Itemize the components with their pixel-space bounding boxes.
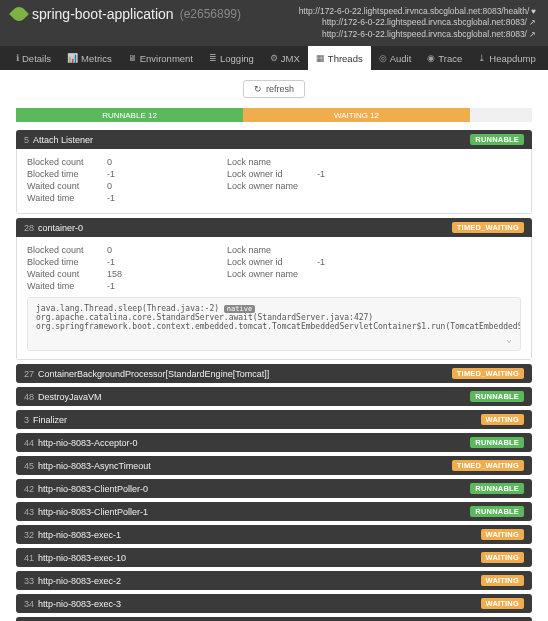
url-list: http://172-6-0-22.lightspeed.irvnca.sbcg… [299,6,536,40]
tab-icon: ◉ [427,53,435,63]
thread-state-badge: WAITING [481,575,524,586]
thread-name: http-nio-8083-Acceptor-0 [38,438,138,448]
tab-icon: ⚙ [270,53,278,63]
tab-audit[interactable]: ◎Audit [371,46,420,70]
header-url[interactable]: http://172-6-0-22.lightspeed.irvnca.sbcg… [299,17,536,28]
thread-details: Blocked count0Lock nameBlocked time-1Loc… [16,149,532,214]
thread-panel: 45http-nio-8083-AsyncTimeoutTIMED_WAITIN… [16,456,532,475]
thread-panel: 34http-nio-8083-exec-3WAITING [16,594,532,613]
thread-panel: 44http-nio-8083-Acceptor-0RUNNABLE [16,433,532,452]
thread-panel: 5Attach ListenerRUNNABLEBlocked count0Lo… [16,130,532,214]
tab-heapdump[interactable]: ⤓Heapdump [470,46,543,70]
thread-header[interactable]: 34http-nio-8083-exec-3WAITING [16,594,532,613]
thread-panel: 35http-nio-8083-exec-4WAITING [16,617,532,621]
thread-name: http-nio-8083-exec-1 [38,530,121,540]
thread-header[interactable]: 32http-nio-8083-exec-1WAITING [16,525,532,544]
thread-state-badge: WAITING [481,552,524,563]
tab-icon: ⤓ [478,53,486,63]
thread-id: 43 [24,507,34,517]
tab-icon: ▦ [316,53,325,63]
app-name: spring-boot-application [32,6,174,22]
tab-details[interactable]: ℹDetails [8,46,59,70]
tab-icon: ℹ [16,53,19,63]
thread-id: 48 [24,392,34,402]
thread-name: http-nio-8083-ClientPoller-1 [38,507,148,517]
nav-tabs: ℹDetails📊Metrics🖥Environment≣Logging⚙JMX… [0,46,548,70]
thread-header[interactable]: 43http-nio-8083-ClientPoller-1RUNNABLE [16,502,532,521]
thread-header[interactable]: 5Attach ListenerRUNNABLE [16,130,532,149]
thread-id: 44 [24,438,34,448]
thread-id: 42 [24,484,34,494]
tab-logging[interactable]: ≣Logging [201,46,262,70]
tab-icon: ◎ [379,53,387,63]
thread-state-badge: RUNNABLE [470,437,524,448]
spring-leaf-icon [9,4,29,24]
thread-panel: 3FinalizerWAITING [16,410,532,429]
header-url[interactable]: http://172-6-0-22.lightspeed.irvnca.sbcg… [299,6,536,17]
refresh-button[interactable]: ↻ refresh [243,80,305,98]
tab-icon: 🖥 [128,53,137,63]
app-title: spring-boot-application (e2656899) [12,6,241,22]
status-segment[interactable] [470,108,532,122]
status-segment[interactable]: RUNNABLE 12 [16,108,243,122]
tab-icon: 📊 [67,53,78,63]
thread-name: http-nio-8083-exec-3 [38,599,121,609]
app-hash: (e2656899) [180,7,241,21]
thread-header[interactable]: 42http-nio-8083-ClientPoller-0RUNNABLE [16,479,532,498]
thread-name: http-nio-8083-exec-10 [38,553,126,563]
thread-name: http-nio-8083-AsyncTimeout [38,461,151,471]
thread-id: 28 [24,223,34,233]
thread-header[interactable]: 48DestroyJavaVMRUNNABLE [16,387,532,406]
thread-header[interactable]: 33http-nio-8083-exec-2WAITING [16,571,532,590]
thread-header[interactable]: 44http-nio-8083-Acceptor-0RUNNABLE [16,433,532,452]
thread-header[interactable]: 45http-nio-8083-AsyncTimeoutTIMED_WAITIN… [16,456,532,475]
thread-panel: 42http-nio-8083-ClientPoller-0RUNNABLE [16,479,532,498]
thread-name: DestroyJavaVM [38,392,102,402]
tab-metrics[interactable]: 📊Metrics [59,46,120,70]
thread-name: ContainerBackgroundProcessor[StandardEng… [38,369,269,379]
header-url[interactable]: http://172-6-0-22.lightspeed.irvnca.sbcg… [299,29,536,40]
thread-state-badge: RUNNABLE [470,391,524,402]
tab-threads[interactable]: ▦Threads [308,46,371,70]
thread-header[interactable]: 41http-nio-8083-exec-10WAITING [16,548,532,567]
stack-trace: java.lang.Thread.sleep(Thread.java:-2) n… [27,297,521,351]
thread-header[interactable]: 35http-nio-8083-exec-4WAITING [16,617,532,621]
native-badge: native [224,305,255,313]
thread-id: 41 [24,553,34,563]
chevron-down-icon[interactable]: ⌄ [36,333,512,344]
thread-panel: 32http-nio-8083-exec-1WAITING [16,525,532,544]
thread-header[interactable]: 28container-0TIMED_WAITING [16,218,532,237]
thread-state-badge: WAITING [481,598,524,609]
thread-state-badge: TIMED_WAITING [452,460,524,471]
thread-panel: 28container-0TIMED_WAITINGBlocked count0… [16,218,532,360]
thread-state-badge: WAITING [481,529,524,540]
thread-id: 27 [24,369,34,379]
thread-state-badge: RUNNABLE [470,483,524,494]
thread-header[interactable]: 3FinalizerWAITING [16,410,532,429]
thread-name: container-0 [38,223,83,233]
refresh-label: refresh [266,84,294,94]
status-bar: RUNNABLE 12WAITING 12 [16,108,532,122]
thread-details: Blocked count0Lock nameBlocked time-1Loc… [16,237,532,360]
thread-header[interactable]: 27ContainerBackgroundProcessor[StandardE… [16,364,532,383]
thread-state-badge: TIMED_WAITING [452,368,524,379]
thread-name: Attach Listener [33,135,93,145]
tab-environment[interactable]: 🖥Environment [120,46,201,70]
tab-trace[interactable]: ◉Trace [419,46,470,70]
thread-name: Finalizer [33,415,67,425]
thread-id: 33 [24,576,34,586]
thread-state-badge: RUNNABLE [470,134,524,145]
thread-panel: 33http-nio-8083-exec-2WAITING [16,571,532,590]
thread-name: http-nio-8083-exec-2 [38,576,121,586]
thread-id: 34 [24,599,34,609]
thread-panel: 43http-nio-8083-ClientPoller-1RUNNABLE [16,502,532,521]
thread-panel: 48DestroyJavaVMRUNNABLE [16,387,532,406]
thread-state-badge: TIMED_WAITING [452,222,524,233]
tab-jmx[interactable]: ⚙JMX [262,46,308,70]
tab-icon: ≣ [209,53,217,63]
thread-panel: 41http-nio-8083-exec-10WAITING [16,548,532,567]
thread-name: http-nio-8083-ClientPoller-0 [38,484,148,494]
thread-panel: 27ContainerBackgroundProcessor[StandardE… [16,364,532,383]
status-segment[interactable]: WAITING 12 [243,108,470,122]
app-header: spring-boot-application (e2656899) http:… [0,0,548,46]
